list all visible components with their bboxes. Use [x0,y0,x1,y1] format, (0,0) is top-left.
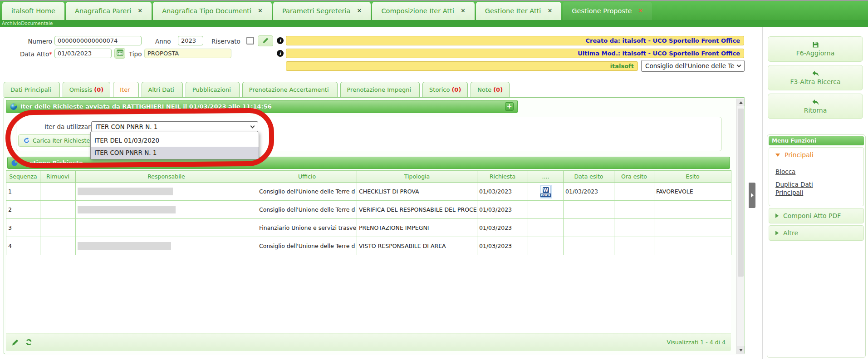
principali-section-header[interactable]: Principali [769,148,863,162]
chevron-down-icon [737,63,741,67]
menu-section-altre: Altre [769,225,864,241]
scroll-down-arrow[interactable] [737,346,745,354]
table-footer: Visualizzati 1 - 4 di 4 [6,333,731,351]
menu-funzioni-title: Menu Funzioni [769,136,864,145]
col-allegato[interactable]: .... [528,171,564,183]
redacted-responsabile [78,242,171,250]
refresh-icon[interactable] [25,338,33,346]
ritorna-button[interactable]: Ritorna [768,94,863,119]
right-panel-divider [762,27,763,359]
col-richiesta[interactable]: Richiesta [477,171,528,183]
info-icon[interactable]: i [277,37,284,44]
top-tab-anagrafica-pareri[interactable]: Anagrafica Pareri✕ [66,2,152,20]
app-window: italsoft Home Anagrafica Pareri✕ Anagraf… [0,0,868,362]
data-atto-input[interactable]: 01/03/2023 [54,49,112,58]
creato-da-field: Creato da: italsoft - UCO Sportello Fron… [286,36,744,45]
col-responsabile[interactable]: Responsabile [76,171,257,183]
iter-select[interactable]: ITER CON PNRR N. 1 [91,121,258,132]
refresh-blue-icon [23,137,30,144]
close-icon[interactable]: ✕ [638,2,643,20]
tab-iter-active[interactable]: Iter [113,82,138,97]
panel-collapse-handle[interactable] [749,183,755,208]
anno-label: Anno [155,38,171,45]
close-icon[interactable]: ✕ [547,2,552,20]
table-row[interactable]: 2 Consiglio dell'Unione delle Terre d VE… [6,201,731,219]
tab-storico[interactable]: Storico(0) [422,82,468,97]
tab-omissis[interactable]: Omissis(0) [63,82,110,97]
top-tab-parametri-segreteria[interactable]: Parametri Segreteria✕ [273,2,371,20]
table-header-row: Sequenza Rimuovi Responsabile Ufficio Ti… [6,171,731,183]
riservato-checkbox[interactable] [246,37,254,45]
col-tipologia[interactable]: Tipologia [357,171,477,183]
menu-funzioni-panel: Menu Funzioni Principali Blocca Duplica … [767,134,866,358]
chevron-down-icon [250,124,255,128]
top-tab-gestione-proposte-active[interactable]: Gestione Proposte✕ [563,2,652,20]
edit-button[interactable] [258,35,273,46]
close-icon[interactable]: ✕ [357,2,362,20]
top-tab-composizione-iter-atti[interactable]: Composizione Iter Atti✕ [372,2,474,20]
iter-option-1[interactable]: ITER DEL 01/03/2020 [91,134,259,147]
tab-altri-dati[interactable]: Altri Dati [142,82,183,97]
close-icon[interactable]: ✕ [258,2,263,20]
col-data-esito[interactable]: Data esito [564,171,614,183]
docx-attachment-icon[interactable]: W DOCX [540,185,552,198]
col-ufficio[interactable]: Ufficio [257,171,357,183]
iter-header-title: Iter delle Richieste avviata da RATTIGHI… [20,103,272,110]
altre-header[interactable]: Altre [769,226,863,240]
duplica-dati-principali-link[interactable]: Duplica Dati Principali [775,180,834,197]
table-row[interactable]: 1 Consiglio dell'Unione delle Terre d CH… [6,183,731,201]
menu-section-componi-atto-pdf: Componi Atto PDF [769,208,864,223]
col-esito[interactable]: Esito [654,171,731,183]
iter-dropdown-list: ITER DEL 01/03/2020 ITER CON PNRR N. 1 [90,132,259,159]
pencil-icon [262,37,269,45]
table-row[interactable]: 4 Consiglio dell'Unione delle Terre d VI… [6,237,731,255]
iter-sphere-icon [10,103,17,110]
tab-note[interactable]: Note(0) [471,82,510,97]
numero-label: Numero [14,38,52,45]
back-icon [812,70,819,77]
f6-aggiorna-button[interactable]: F6-Aggiorna [768,36,863,62]
anno-input[interactable]: 2023 [178,36,203,45]
close-icon[interactable]: ✕ [137,2,142,20]
col-rimuovi[interactable]: Rimuovi [40,171,76,183]
vertical-scrollbar[interactable] [736,99,744,354]
save-icon [812,41,819,48]
iter-option-2-selected[interactable]: ITER CON PNRR N. 1 [91,147,259,159]
col-sequenza[interactable]: Sequenza [6,171,40,183]
menu-section-principali: Principali Blocca Duplica Dati Principal… [769,147,864,206]
top-tab-anagrafica-tipo-documenti[interactable]: Anagrafica Tipo Documenti✕ [153,2,272,20]
info-icon[interactable]: i [277,50,284,57]
carica-iter-richieste-button[interactable]: Carica Iter Richieste [18,134,92,147]
calendar-icon [117,49,123,58]
arrow-right-icon [751,193,754,198]
top-tab-gestione-iter-atti[interactable]: Gestione Iter Atti✕ [476,2,561,20]
blocca-link[interactable]: Blocca [775,168,834,176]
f3-altra-ricerca-button[interactable]: F3-Altra Ricerca [768,65,863,90]
close-icon[interactable]: ✕ [461,2,466,20]
edit-pencil-icon[interactable] [11,339,19,346]
pagination-status: Visualizzati 1 - 4 di 4 [667,339,726,346]
tipo-input[interactable]: PROPOSTA [144,49,231,58]
col-ora-esito[interactable]: Ora esito [614,171,654,183]
tab-dati-principali[interactable]: Dati Principali [4,82,60,97]
redacted-responsabile [78,188,173,195]
richieste-table: Sequenza Rimuovi Responsabile Ufficio Ti… [6,170,731,255]
back-icon [812,99,819,105]
tab-prenotazione-impegni[interactable]: Prenotazione Impegni [340,82,420,97]
add-iter-button[interactable]: + [505,102,514,111]
componi-atto-pdf-header[interactable]: Componi Atto PDF [769,208,863,223]
scroll-up-arrow[interactable] [737,99,745,106]
tab-prenotazione-accertamenti[interactable]: Prenotazione Accertamenti [242,82,338,97]
ultima-mod-field: Ultima Mod.: italsoft - UCO Sportello Fr… [286,49,744,58]
grid-icon [11,160,18,166]
ente-select[interactable]: Consiglio dell'Unione delle Te [641,60,745,72]
scrollbar-thumb[interactable] [738,109,744,277]
top-tab-italsoft-home[interactable]: italsoft Home [2,2,64,20]
redacted-responsabile [78,206,176,213]
numero-input[interactable]: 0000000000000074 [54,36,142,45]
breadcrumb: ArchivioDocumentale [0,20,868,27]
table-row[interactable]: 3 Finanziario Unione e servizi trasve PR… [6,219,731,237]
calendar-button[interactable] [114,48,125,59]
data-atto-label: Data Atto* [9,50,52,58]
tab-pubblicazioni[interactable]: Pubblicazioni [186,82,240,97]
